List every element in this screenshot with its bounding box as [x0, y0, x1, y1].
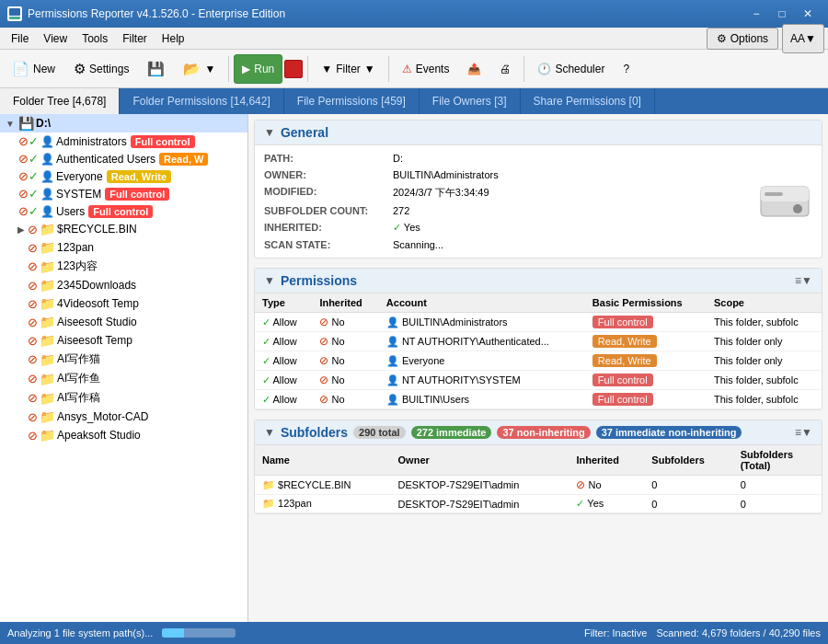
tree-item-4videosoft[interactable]: ▶ ⊘ 📁 4Videosoft Temp: [0, 294, 247, 313]
options-button[interactable]: ⚙ Options: [707, 28, 778, 50]
perm-row[interactable]: ✓ Allow ⊘ No 👤 NT AUTHORITY\Authenticate…: [255, 332, 822, 351]
subfolder-badge-imm-noninheriting: 37 immediate non-inheriting: [596, 426, 742, 439]
settings-button[interactable]: ⚙ Settings: [65, 54, 137, 84]
collapse-subfolders-icon[interactable]: ▼: [264, 426, 275, 439]
tree-item-123content[interactable]: ▶ ⊘ 📁 123内容: [0, 257, 247, 276]
tree-item-label: Authenticated Users: [56, 153, 155, 166]
menu-file[interactable]: File: [4, 28, 36, 49]
tree-root[interactable]: ▼ 💾 D:\: [0, 114, 247, 132]
no-inherit-icon: ⊘: [319, 316, 328, 328]
tree-item-administrators[interactable]: ⊘ ✓ 👤 Administrators Full control: [0, 132, 247, 150]
user-icon: 👤: [40, 135, 54, 148]
print-button[interactable]: 🖨: [491, 54, 519, 84]
tree-item-apeaksoft[interactable]: ▶ ⊘ 📁 Apeaksoft Studio: [0, 426, 247, 444]
perm-basic: Full control: [585, 313, 707, 332]
help-button[interactable]: ?: [615, 54, 638, 84]
modified-label: MODIFIED:: [264, 184, 393, 201]
tree-item-aiseesoft-temp[interactable]: ▶ ⊘ 📁 Aiseesoft Temp: [0, 331, 247, 350]
filter-icon: ▼: [321, 63, 332, 75]
permission-badge: Full control: [88, 205, 153, 218]
tab-folder-permissions[interactable]: Folder Permissions [14,642]: [120, 88, 283, 114]
stop-button[interactable]: [284, 60, 303, 78]
status-down-icon: ⊘: [28, 352, 38, 366]
clock-icon: 🕐: [537, 63, 551, 75]
tree-item-recycle[interactable]: ▶ ⊘ 📁 $RECYCLE.BIN: [0, 220, 247, 238]
status-down-icon: ⊘: [18, 152, 29, 166]
run-button[interactable]: ▶ Run: [234, 54, 282, 84]
tree-item-label: Aiseesoft Temp: [57, 334, 132, 347]
status-down-icon: ⊘: [28, 297, 38, 311]
account-icon: 👤: [386, 316, 399, 328]
new-button[interactable]: 📄 New: [4, 54, 63, 84]
tree-item-ai2[interactable]: ▶ ⊘ 📁 AI写作鱼: [0, 369, 247, 388]
perm-inherited: ⊘ No: [312, 371, 378, 390]
perm-account: 👤 BUILTIN\Users: [379, 390, 585, 409]
sf-owner: DESKTOP-7S29EIT\admin: [391, 495, 569, 513]
status-down-icon: ⊘: [28, 241, 38, 255]
collapse-icon[interactable]: ▼: [264, 126, 275, 139]
owner-label: OWNER:: [264, 167, 393, 182]
sf-row[interactable]: 📁 123pan DESKTOP-7S29EIT\admin ✓ Yes 0 0: [255, 495, 822, 513]
tree-item-ai3[interactable]: ▶ ⊘ 📁 AI写作稿: [0, 388, 247, 408]
tree-toggle-recycle[interactable]: ▶: [15, 223, 28, 236]
folder-icon: 📁: [40, 259, 55, 274]
aa-button[interactable]: AA▼: [782, 24, 824, 53]
filter-status: Filter: Inactive: [584, 627, 647, 638]
status-down-icon: ⊘: [28, 391, 38, 405]
tree-item-2345downloads[interactable]: ▶ ⊘ 📁 2345Downloads: [0, 276, 247, 294]
svg-point-5: [793, 204, 802, 213]
scanned-text: Scanned: 4,679 folders / 40,290 files: [656, 627, 821, 638]
subfolder-count-value: 272: [393, 203, 739, 218]
menu-help[interactable]: Help: [155, 28, 192, 49]
export-button[interactable]: 📤: [459, 54, 489, 84]
tree-item-authenticated-users[interactable]: ⊘ ✓ 👤 Authenticated Users Read, W: [0, 150, 247, 167]
tab-share-permissions[interactable]: Share Permissions [0]: [521, 88, 655, 114]
menu-filter[interactable]: Filter: [115, 28, 155, 49]
collapse-permissions-icon[interactable]: ▼: [264, 274, 275, 287]
allow-check-icon: ✓: [262, 316, 270, 328]
perm-row[interactable]: ✓ Allow ⊘ No 👤 BUILTIN\Administrators Fu…: [255, 313, 822, 332]
perm-row[interactable]: ✓ Allow ⊘ No 👤 BUILTIN\Users Full contro…: [255, 390, 822, 409]
open-button[interactable]: 📂 ▼: [175, 54, 224, 84]
perm-row[interactable]: ✓ Allow ⊘ No 👤 Everyone Read, Write: [255, 351, 822, 371]
events-button[interactable]: ⚠ Events: [394, 54, 458, 84]
permissions-menu-icon[interactable]: ≡▼: [795, 274, 812, 287]
tree-item-users[interactable]: ⊘ ✓ 👤 Users Full control: [0, 202, 247, 220]
tab-file-owners[interactable]: File Owners [3]: [420, 88, 521, 114]
account-icon: 👤: [386, 355, 399, 366]
tab-file-permissions[interactable]: File Permissions [459]: [284, 88, 420, 114]
subfolders-menu-icon[interactable]: ≡▼: [795, 426, 812, 439]
tree-item-123pan[interactable]: ▶ ⊘ 📁 123pan: [0, 238, 247, 257]
folder-icon: 📁: [40, 428, 55, 443]
tree-item-everyone[interactable]: ⊘ ✓ 👤 Everyone Read, Write: [0, 167, 247, 185]
scheduler-button[interactable]: 🕐 Scheduler: [529, 54, 613, 84]
tree-item-system[interactable]: ⊘ ✓ 👤 SYSTEM Full control: [0, 185, 247, 202]
inherit-check-icon: ✓: [576, 498, 584, 509]
tree-item-aiseesoft-studio[interactable]: ▶ ⊘ 📁 Aiseesoft Studio: [0, 313, 247, 331]
general-title: General: [281, 125, 328, 140]
menu-view[interactable]: View: [36, 28, 75, 49]
status-down-icon: ⊘: [28, 372, 38, 385]
sf-col-inherited: Inherited: [569, 445, 644, 476]
status-down-icon: ⊘: [18, 204, 29, 218]
col-type: Type: [255, 293, 312, 313]
inherited-label: INHERITED:: [264, 220, 393, 236]
filter-button[interactable]: ▼ Filter ▼: [313, 54, 383, 84]
sf-row[interactable]: 📁 $RECYCLE.BIN DESKTOP-7S29EIT\admin ⊘ N…: [255, 476, 822, 495]
menu-tools[interactable]: Tools: [75, 28, 115, 49]
folder-icon: 📁: [40, 296, 55, 311]
save-button[interactable]: 💾: [139, 54, 173, 84]
tree-item-ansys[interactable]: ▶ ⊘ 📁 Ansys_Motor-CAD: [0, 408, 247, 426]
menu-bar: File View Tools Filter Help ⚙ Options AA…: [0, 28, 828, 50]
status-down-icon: ⊘: [28, 316, 38, 329]
tree-item-ai1[interactable]: ▶ ⊘ 📁 AI写作猫: [0, 350, 247, 369]
scan-state-label: SCAN STATE:: [264, 237, 393, 252]
perm-row[interactable]: ✓ Allow ⊘ No 👤 NT AUTHORITY\SYSTEM Full …: [255, 371, 822, 390]
sf-owner: DESKTOP-7S29EIT\admin: [391, 476, 569, 495]
folder-tree-scroll[interactable]: ▼ 💾 D:\ ⊘ ✓ 👤 Administrators Full contro…: [0, 114, 247, 622]
account-icon: 👤: [386, 336, 399, 347]
tab-folder-tree[interactable]: Folder Tree [4,678]: [0, 88, 120, 114]
account-icon: 👤: [386, 374, 399, 385]
hdd-icon: [757, 179, 812, 224]
tree-toggle-root[interactable]: ▼: [4, 117, 17, 130]
